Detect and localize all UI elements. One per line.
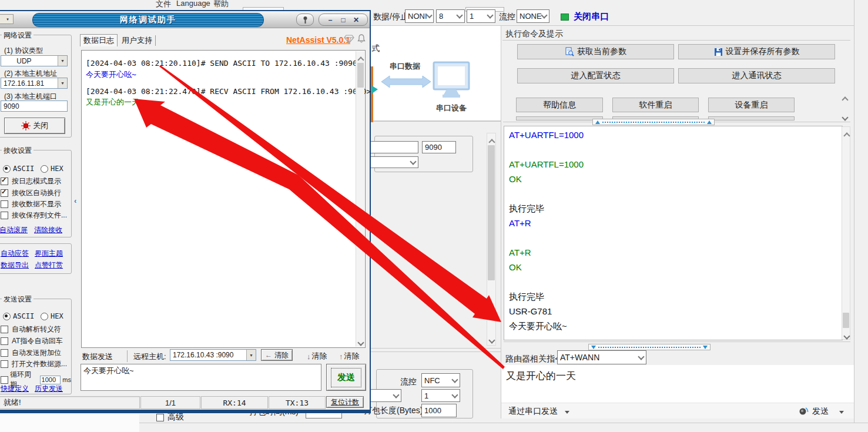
data-export-link[interactable]: 数据导出 [1, 260, 29, 270]
menu-file[interactable]: 文件 [156, 0, 171, 9]
remote-host-select[interactable]: 172.16.10.43 :9090 ▼ [170, 349, 256, 361]
help-info-button[interactable]: 帮助信息 [516, 98, 603, 112]
send-hex-radio[interactable]: HEX [41, 312, 63, 320]
send-textarea[interactable]: 今天要开心吆~ [81, 364, 321, 391]
command-log-scrollbar[interactable] [842, 126, 850, 340]
mode-text-partial: 式 [371, 43, 380, 54]
router-command-select[interactable]: AT+WANN [557, 350, 646, 364]
history-link[interactable]: 历史发送 [35, 384, 63, 394]
protocol-select[interactable]: UDP ▼ [1, 55, 68, 66]
minimize-button[interactable]: – [324, 16, 337, 24]
stopbits-select[interactable]: 1 [467, 9, 495, 23]
auto-scroll-link[interactable]: 自动滚屏 [0, 225, 28, 235]
shortcut-link[interactable]: 快捷定义 [1, 384, 29, 394]
soft-restart-button[interactable]: 软件重启 [612, 98, 699, 112]
middle-scrollbar[interactable] [487, 133, 496, 346]
parity-select[interactable]: NONI [405, 9, 434, 23]
titlebar-menu-button[interactable]: ▾ [0, 14, 14, 24]
netassist-titlebar[interactable]: ▾ 网络调试助手 – □ ✕ [0, 11, 370, 28]
send-tab-label[interactable]: 数据发送 [82, 351, 113, 362]
port-input[interactable]: 9090 [422, 141, 456, 153]
buttons-scroll-up[interactable] [843, 94, 847, 105]
checkbox-icon [1, 326, 8, 333]
netassist-log[interactable]: [2024-04-03 08:21:20.110]# SEND ASCII TO… [81, 50, 366, 348]
save-params-button[interactable]: 设置并保存所有参数 [678, 44, 835, 59]
log-line: AT+UARTFL=1000 [509, 159, 584, 169]
get-params-button[interactable]: 获取当前参数 [517, 44, 674, 59]
led-open-icon [21, 121, 31, 130]
recv-option-0[interactable]: 按日志模式显示 [1, 176, 61, 186]
flow-select[interactable]: NONE [517, 9, 549, 23]
auto-reply-link[interactable]: 自动应答 [1, 249, 29, 259]
close-button[interactable]: ✕ [350, 16, 363, 24]
dropdown-icon: ▼ [58, 78, 67, 88]
send-command-button[interactable]: 发送 [812, 406, 844, 417]
version-link[interactable]: NetAssist V5.0.1 [286, 35, 350, 45]
recv-hex-radio[interactable]: HEX [41, 165, 63, 173]
chevron-down-icon [410, 158, 416, 165]
send-option-3[interactable]: 打开文件数据源... [1, 359, 67, 369]
device-restart-button[interactable]: 设备重启 [708, 98, 795, 112]
close-connection-button[interactable]: 关闭 [4, 118, 65, 134]
netassist-log-scrollbar[interactable] [356, 51, 364, 347]
compose-textarea[interactable]: 又是开心的一天 [501, 365, 854, 403]
tab-user-support[interactable]: 用户支持 [119, 35, 156, 46]
bell-icon[interactable] [357, 34, 366, 44]
databits-select[interactable]: 8 [436, 9, 465, 23]
donate-link[interactable]: 点赞打赏 [35, 260, 63, 270]
recv-option-3[interactable]: 接收保存到文件... [1, 210, 67, 220]
checkbox-icon [156, 414, 164, 421]
tab-data-log[interactable]: 数据日志 [80, 34, 118, 46]
maximize-button[interactable]: □ [337, 16, 350, 24]
window-title: 网络调试助手 [120, 15, 176, 25]
menu-language[interactable]: Language [176, 0, 210, 8]
partial-button [708, 116, 795, 120]
clear-recv-button[interactable]: ↓ 清除 [307, 351, 327, 361]
left-arrow-icon: ← [265, 351, 272, 359]
ip-input[interactable] [368, 141, 418, 153]
pack-flow-select[interactable]: NFC [421, 373, 460, 387]
pin-button[interactable] [296, 14, 314, 26]
host-select[interactable]: 172.16.11.81 ▼ [1, 78, 68, 89]
pack-length-label: 打包长度(Bytes) [364, 406, 423, 416]
splitter-bottom[interactable] [588, 344, 711, 350]
mode-select[interactable] [368, 156, 418, 168]
send-button[interactable]: 发送 [326, 364, 366, 391]
serial-data-label: 串口数据 [390, 61, 420, 72]
pack-one-select[interactable]: 1 [421, 389, 460, 402]
reset-count-button[interactable]: 复位计数 [326, 396, 364, 408]
send-via-serial-button[interactable]: 通过串口发送 [508, 406, 569, 417]
sidebar-collapse-handle[interactable]: ‹ [74, 196, 76, 205]
splitter-top[interactable] [592, 119, 715, 125]
dropdown-icon: ▾ [6, 17, 9, 22]
theme-link[interactable]: 界面主题 [35, 249, 63, 259]
log-line: AT+R [509, 247, 531, 257]
buttons-scroll-down[interactable] [843, 112, 847, 122]
enter-comm-button[interactable]: 进入通讯状态 [678, 68, 835, 83]
recv-option-1[interactable]: 接收区自动换行 [1, 188, 61, 198]
clear-recv-link[interactable]: 清除接收 [34, 225, 62, 235]
menu-help[interactable]: 帮助 [213, 0, 229, 9]
pack-length-input[interactable]: 1000 [421, 404, 457, 417]
recv-ascii-radio[interactable]: ASCII [3, 165, 34, 173]
log-line: USR-G781 [509, 306, 552, 316]
clear-send-button[interactable]: ↑ 清除 [339, 351, 360, 361]
local-port-input[interactable]: 9090 [1, 101, 68, 112]
enter-config-button[interactable]: 进入配置状态 [517, 68, 674, 83]
clear-button[interactable]: ← 清除 [261, 349, 293, 361]
log-line: [2024-04-03 08:21:22.470]# RECV ASCII FR… [86, 87, 371, 96]
send-option-1[interactable]: AT指令自动回车 [1, 336, 62, 346]
send-option-2[interactable]: 自动发送附加位 [1, 348, 61, 358]
close-serial-button[interactable]: 关闭串口 [574, 11, 609, 22]
checkbox-icon [1, 212, 8, 219]
send-ascii-radio[interactable]: ASCII [3, 312, 34, 320]
send-option-0[interactable]: 自动解析转义符 [1, 324, 61, 334]
log-line: 今天要开心吆~ [86, 69, 136, 80]
advanced-checkbox[interactable]: 高级 [156, 412, 184, 423]
recv-option-2[interactable]: 接收数据不显示 [1, 199, 61, 209]
cycle-input[interactable]: 1000 [40, 376, 61, 384]
command-log[interactable]: AT+UARTFL=1000 AT+UARTFL=1000 OK 执行完毕 AT… [504, 126, 843, 340]
serial-open-indicator [561, 14, 569, 21]
monitor-icon [433, 61, 471, 102]
dropdown-icon: ▼ [58, 56, 67, 66]
